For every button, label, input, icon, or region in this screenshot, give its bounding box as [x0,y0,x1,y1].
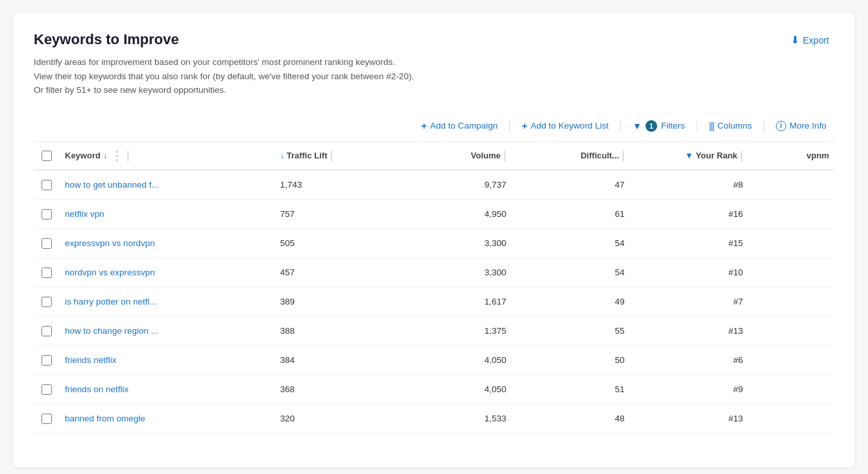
keyword-link[interactable]: how to change region ... [65,326,158,336]
row-difficulty: 51 [511,375,629,404]
keyword-link[interactable]: banned from omegle [65,414,145,423]
row-your-rank: #6 [630,345,748,375]
rank-filter-icon: ▼ [685,151,693,160]
row-volume: 4,950 [404,199,512,229]
row-checkbox[interactable] [42,297,52,307]
row-checkbox-cell[interactable] [34,258,60,287]
row-vpnm [748,199,834,229]
table-row: expressvpn vs nordvpn 505 3,300 54 #15 [34,229,834,258]
row-checkbox-cell[interactable] [34,316,60,345]
keyword-col-pipe: | [127,149,130,162]
row-checkbox[interactable] [42,209,52,219]
row-vpnm [748,229,834,258]
row-vpnm [748,316,834,345]
row-volume: 4,050 [404,345,512,375]
row-volume: 4,050 [404,375,512,404]
keyword-col-label: Keyword [65,151,101,160]
filters-button[interactable]: ▼ 1 Filters [625,117,693,135]
vpnm-col-label: vpnm [806,151,829,160]
row-checkbox[interactable] [42,180,52,190]
row-checkbox-cell[interactable] [34,404,60,433]
keyword-link[interactable]: expressvpn vs nordvpn [65,238,155,248]
keyword-link[interactable]: nordvpn vs expressvpn [65,268,155,277]
row-traffic-lift: 388 [275,316,404,345]
col-header-volume[interactable]: Volume | [404,142,512,170]
main-card: Keywords to Improve ⬇ Export Identify ar… [13,13,855,468]
keyword-link[interactable]: friends netflix [65,355,117,365]
row-keyword[interactable]: how to change region ... [60,316,275,345]
filter-icon: ▼ [633,121,642,131]
row-traffic-lift: 1,743 [275,170,404,200]
row-vpnm [748,345,834,375]
row-volume: 1,533 [404,404,512,433]
more-info-button[interactable]: i More Info [768,118,834,134]
row-checkbox-cell[interactable] [34,375,60,404]
export-button[interactable]: ⬇ Export [786,31,834,49]
row-keyword[interactable]: expressvpn vs nordvpn [60,229,275,258]
row-checkbox-cell[interactable] [34,287,60,316]
row-checkbox-cell[interactable] [34,345,60,375]
toolbar-divider-1 [509,119,510,132]
table-row: friends netflix 384 4,050 50 #6 [34,345,834,375]
row-keyword[interactable]: friends on netflix [60,375,275,404]
add-to-keyword-list-button[interactable]: + Add to Keyword List [514,117,616,134]
keyword-link[interactable]: how to get unbanned f... [65,180,159,190]
row-traffic-lift: 505 [275,229,404,258]
row-checkbox[interactable] [42,238,52,249]
row-difficulty: 48 [511,404,629,433]
table-row: friends on netflix 368 4,050 51 #9 [34,375,834,404]
row-keyword[interactable]: netflix vpn [60,199,275,229]
keyword-sort-icon: ↓ [103,151,107,160]
row-keyword[interactable]: friends netflix [60,345,275,375]
row-checkbox[interactable] [42,414,52,424]
row-checkbox-cell[interactable] [34,170,60,200]
row-checkbox[interactable] [42,384,52,395]
toolbar: + Add to Campaign + Add to Keyword List … [34,110,834,142]
row-vpnm [748,258,834,287]
row-volume: 9,737 [404,170,512,200]
row-difficulty: 47 [511,170,629,200]
row-volume: 3,300 [404,229,512,258]
keyword-link[interactable]: friends on netflix [65,384,128,394]
export-icon: ⬇ [791,34,799,46]
row-keyword[interactable]: is harry potter on netfl... [60,287,275,316]
plus-icon-campaign: + [421,120,427,131]
your-rank-col-label: Your Rank [696,151,738,160]
select-all-checkbox[interactable] [42,151,52,161]
keywords-table: Keyword ↓ ⋮ | ↓ Traffic Lift | [34,142,834,434]
add-to-campaign-button[interactable]: + Add to Campaign [413,117,505,134]
row-vpnm [748,170,834,200]
row-checkbox-cell[interactable] [34,199,60,229]
keyword-link[interactable]: netflix vpn [65,209,104,219]
col-header-traffic-lift[interactable]: ↓ Traffic Lift | [275,142,404,170]
description: Identify areas for improvement based on … [34,55,834,97]
toolbar-divider-4 [764,119,764,132]
col-header-your-rank[interactable]: ▼ Your Rank | [630,142,748,170]
row-traffic-lift: 320 [275,404,404,433]
row-difficulty: 54 [511,258,629,287]
row-checkbox[interactable] [42,268,52,278]
col-header-vpnm: vpnm [748,142,834,170]
row-your-rank: #7 [630,287,748,316]
keyword-col-menu-icon[interactable]: ⋮ [110,149,124,163]
row-traffic-lift: 389 [275,287,404,316]
row-keyword[interactable]: banned from omegle [60,404,275,433]
row-your-rank: #16 [630,199,748,229]
difficulty-col-label: Difficult... [581,151,619,160]
col-header-keyword[interactable]: Keyword ↓ ⋮ | [60,142,275,170]
table-row: how to change region ... 388 1,375 55 #1… [34,316,834,345]
row-checkbox[interactable] [42,355,52,366]
table-row: banned from omegle 320 1,533 48 #13 [34,404,834,433]
row-keyword[interactable]: how to get unbanned f... [60,170,275,200]
col-header-difficulty[interactable]: Difficult... | [511,142,629,170]
row-keyword[interactable]: nordvpn vs expressvpn [60,258,275,287]
row-checkbox[interactable] [42,326,52,336]
volume-col-label: Volume [471,151,501,160]
toolbar-divider-2 [620,119,621,132]
columns-button[interactable]: ||| Columns [701,118,760,134]
row-checkbox-cell[interactable] [34,229,60,258]
row-your-rank: #15 [630,229,748,258]
keyword-link[interactable]: is harry potter on netfl... [65,297,157,306]
table-row: is harry potter on netfl... 389 1,617 49… [34,287,834,316]
select-all-header[interactable] [34,142,60,170]
